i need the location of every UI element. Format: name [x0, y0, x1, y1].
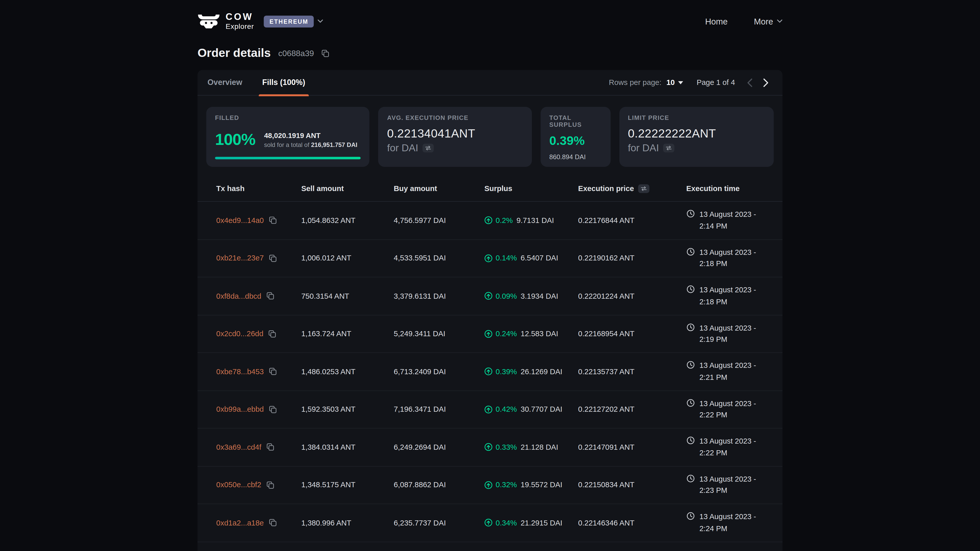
page-title: Order details [197, 46, 271, 60]
copy-icon[interactable] [269, 330, 277, 338]
surplus-up-icon [484, 481, 493, 489]
sell-amount: 1,348.5175 ANT [301, 481, 393, 489]
nav-item-home[interactable]: Home [705, 17, 728, 26]
tab-overview[interactable]: Overview [197, 70, 252, 95]
sell-amount: 1,163.724 ANT [301, 329, 393, 338]
brand-logo[interactable]: COW Explorer [197, 12, 254, 30]
execution-price: 0.22127202 ANT [578, 405, 686, 414]
network-selector[interactable]: ETHEREUM [264, 15, 323, 27]
surplus-up-icon [484, 330, 493, 338]
sell-amount: 1,054.8632 ANT [301, 216, 393, 225]
nav-item-more[interactable]: More [754, 17, 783, 26]
buy-amount: 4,533.5951 DAI [394, 254, 484, 262]
copy-icon[interactable] [269, 519, 277, 527]
top-bar: COW Explorer ETHEREUM Home More [197, 0, 783, 32]
execution-time-cell: 13 August 2023 - 2:18 PM [686, 247, 770, 270]
surplus-amount: 12.583 DAI [520, 329, 558, 338]
order-panel: Overview Fills (100%) Rows per page: 10 … [197, 70, 783, 551]
execution-price: 0.22168954 ANT [578, 329, 686, 338]
swap-direction-icon[interactable] [663, 144, 675, 152]
surplus-amount: 21.2915 DAI [520, 518, 562, 527]
buy-amount: 6,249.2694 DAI [394, 443, 484, 451]
execution-price: 0.22146346 ANT [578, 518, 686, 527]
clock-icon [686, 474, 695, 483]
surplus-up-icon [484, 254, 493, 262]
tab-fills[interactable]: Fills (100%) [252, 70, 315, 95]
page-status: Page 1 of 4 [697, 78, 735, 87]
surplus-percent-value: 0.39% [549, 134, 601, 148]
table-row: 0x2cd0...26dd 1,163.724 ANT 5,249.3411 D… [197, 315, 783, 353]
clock-icon [686, 360, 695, 369]
filled-sold-line: sold for a total of 216,951.757 DAI [264, 141, 357, 148]
copy-icon[interactable] [269, 254, 277, 262]
surplus-amount: 3.1934 DAI [520, 292, 558, 300]
swap-direction-icon[interactable] [638, 184, 649, 192]
tx-hash-link[interactable]: 0x050e...cbf2 [216, 481, 261, 489]
surplus-cell: 0.09% 3.1934 DAI [484, 292, 578, 300]
rows-per-page-select[interactable]: 10 [667, 78, 683, 87]
cow-explorer-page: COW Explorer ETHEREUM Home More [0, 0, 980, 551]
surplus-amount: 19.5572 DAI [520, 481, 562, 489]
next-page-button[interactable] [757, 74, 774, 91]
tx-hash-cell: 0xf8da...dbcd [216, 292, 301, 300]
table-row: 0xf8da...dbcd 750.3154 ANT 3,379.6131 DA… [197, 277, 783, 315]
surplus-up-icon [484, 292, 493, 300]
swap-direction-icon[interactable] [423, 144, 434, 152]
execution-time: 13 August 2023 - 2:18 PM [699, 284, 770, 308]
tx-hash-cell: 0x3a69...cd4f [216, 443, 301, 451]
avg-execution-price-card: AVG. EXECUTION PRICE 0.22134041ANT for D… [379, 107, 532, 167]
copy-icon[interactable] [321, 49, 330, 57]
sell-amount: 750.3154 ANT [301, 292, 393, 300]
execution-time: 13 August 2023 - 2:21 PM [699, 360, 770, 383]
tx-hash-link[interactable]: 0xb99a...ebbd [216, 405, 264, 414]
surplus-card-title: TOTAL SURPLUS [549, 114, 601, 128]
sell-amount: 1,592.3503 ANT [301, 405, 393, 414]
surplus-cell: 0.34% 21.2915 DAI [484, 518, 578, 527]
tx-hash-link[interactable]: 0xd1a2...a18e [216, 518, 264, 527]
copy-icon[interactable] [269, 216, 277, 224]
execution-time: 13 August 2023 - 2:19 PM [699, 322, 770, 345]
copy-icon[interactable] [266, 481, 274, 489]
buy-amount: 7,196.3471 DAI [394, 405, 484, 414]
surplus-up-icon [484, 443, 493, 451]
copy-icon[interactable] [269, 405, 277, 413]
surplus-amount: 26.1269 DAI [520, 367, 562, 376]
filled-sold-prefix: sold for a total of [264, 141, 311, 148]
prev-page-button[interactable] [741, 74, 757, 91]
surplus-percent: 0.14% [496, 254, 517, 262]
surplus-amount: 21.128 DAI [520, 443, 558, 451]
network-badge[interactable]: ETHEREUM [264, 15, 314, 27]
execution-time-cell: 13 August 2023 - 2:24 PM [686, 511, 770, 534]
copy-icon[interactable] [266, 443, 274, 451]
execution-time-cell: 13 August 2023 - 2:19 PM [686, 322, 770, 345]
brand-text: COW Explorer [226, 12, 254, 30]
tx-hash-link[interactable]: 0x3a69...cd4f [216, 443, 261, 451]
limit-price-card: LIMIT PRICE 0.22222222ANT for DAI [619, 107, 774, 167]
limit-price-value: 0.22222222ANT [628, 127, 765, 141]
tx-hash-link[interactable]: 0x2cd0...26dd [216, 329, 263, 338]
clock-icon [686, 323, 695, 331]
copy-icon[interactable] [266, 292, 274, 300]
buy-amount: 6,713.2409 DAI [394, 367, 484, 376]
table-row: 0xd1a2...a18e 1,380.996 ANT 6,235.7737 D… [197, 504, 783, 542]
tx-hash-link[interactable]: 0x4ed9...14a0 [216, 216, 264, 225]
summary-cards: FILLED 100% 48,020.1919 ANT sold for a t… [197, 96, 783, 176]
pagination: Rows per page: 10 Page 1 of 4 [609, 74, 783, 91]
surplus-cell: 0.32% 19.5572 DAI [484, 481, 578, 489]
copy-icon[interactable] [269, 368, 277, 376]
tx-hash-cell: 0xb21e...23e7 [216, 254, 301, 262]
col-execution-time: Execution time [686, 184, 770, 192]
surplus-cell: 0.33% 21.128 DAI [484, 443, 578, 451]
clock-icon [686, 247, 695, 256]
surplus-percent: 0.33% [496, 443, 517, 451]
execution-time-cell: 13 August 2023 - 2:22 PM [686, 435, 770, 459]
tx-hash-link[interactable]: 0xbe78...b453 [216, 367, 264, 376]
tx-hash-link[interactable]: 0xf8da...dbcd [216, 292, 261, 300]
rows-per-page-value: 10 [667, 78, 675, 87]
brand-title: COW [226, 12, 254, 21]
execution-time: 13 August 2023 - 2:22 PM [699, 435, 770, 459]
execution-price: 0.22135737 ANT [578, 367, 686, 376]
execution-time: 13 August 2023 - 2:14 PM [699, 209, 770, 232]
tx-hash-link[interactable]: 0xb21e...23e7 [216, 254, 264, 262]
clock-icon [686, 399, 695, 407]
